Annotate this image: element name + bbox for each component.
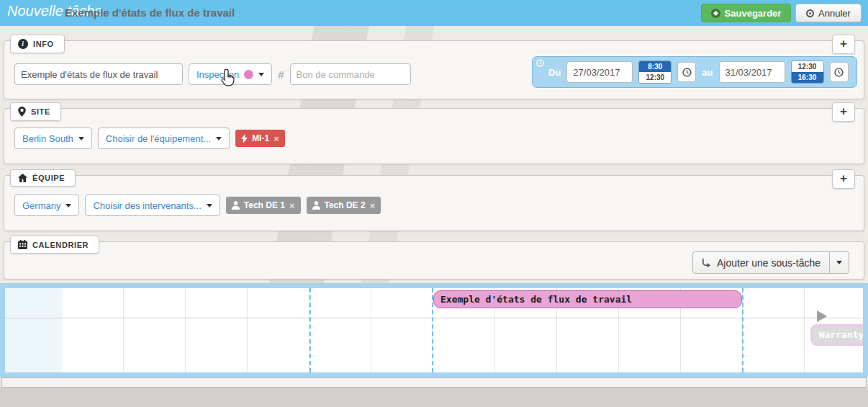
tab-calendar: CALENDRIER xyxy=(10,236,99,254)
warranty-ghost-chip[interactable]: Warranty xyxy=(810,324,868,346)
save-button[interactable]: Sauvegarder xyxy=(701,4,791,22)
tab-team: ÉQUIPE xyxy=(10,169,76,187)
chevron-down-icon xyxy=(207,204,212,207)
equipment-tag[interactable]: MI-1 × xyxy=(235,130,285,147)
remove-tag-icon[interactable]: × xyxy=(289,200,295,211)
task-name-input[interactable] xyxy=(14,63,183,85)
workers-dropdown[interactable]: Choisir des intervenants... xyxy=(85,194,220,216)
to-time-display[interactable]: 12:30 16:30 xyxy=(791,61,824,84)
task-title: Exemple d'états de flux de travail xyxy=(65,6,235,19)
clock-icon xyxy=(536,59,544,67)
tab-info: i INFO xyxy=(10,35,65,53)
team-section: ÉQUIPE + Germany Choisir des intervenant… xyxy=(4,175,864,231)
remove-tag-icon[interactable]: × xyxy=(370,200,376,211)
drag-arrow-icon xyxy=(817,310,827,322)
header-bar: Nouvelle tâche Exemple d'états de flux d… xyxy=(0,0,868,26)
calendar-section: CALENDRIER Ajouter une sous-tâche xyxy=(4,241,864,279)
from-time-button[interactable] xyxy=(677,62,696,82)
chevron-down-icon xyxy=(216,137,222,140)
info-add-button[interactable]: + xyxy=(832,35,855,54)
add-subtask-caret-button[interactable] xyxy=(830,251,849,274)
remove-tag-icon[interactable]: × xyxy=(273,133,279,144)
user-icon xyxy=(312,201,320,210)
from-time-display[interactable]: 8:30 12:30 xyxy=(638,61,672,84)
chevron-down-icon xyxy=(836,261,842,264)
to-label: au xyxy=(702,67,713,78)
clock-icon xyxy=(682,68,692,77)
worker-tag[interactable]: Tech DE 2 × xyxy=(307,197,381,214)
gantt-shaded-column xyxy=(5,288,62,372)
from-label: Du xyxy=(548,67,561,78)
type-color-dot xyxy=(244,70,253,79)
site-section: SITE + Berlin South Choisir de l'équipem… xyxy=(4,108,864,164)
to-time-button[interactable] xyxy=(830,62,849,82)
team-add-button[interactable]: + xyxy=(832,169,855,189)
gantt-row-divider xyxy=(5,318,863,318)
gantt-bar-end-line xyxy=(742,288,743,372)
hash-label: # xyxy=(278,68,284,81)
task-bar[interactable]: Exemple d'états de flux de travail xyxy=(433,290,742,308)
worker-tag[interactable]: Tech DE 1 × xyxy=(226,197,301,214)
cancel-button[interactable]: Annuler xyxy=(795,4,862,22)
chevron-down-icon xyxy=(65,204,71,207)
from-date-input[interactable] xyxy=(566,61,633,83)
add-subtask-button[interactable]: Ajouter une sous-tâche xyxy=(692,251,830,274)
equipment-dropdown[interactable]: Choisir de l'équipement... xyxy=(98,128,230,149)
purchase-order-input[interactable] xyxy=(290,63,411,85)
cancel-icon xyxy=(806,9,814,17)
lightning-icon xyxy=(241,134,248,143)
gantt-chart[interactable]: Exemple d'états de flux de travail Warra… xyxy=(0,283,868,377)
team-dropdown[interactable]: Germany xyxy=(14,194,79,216)
home-icon xyxy=(18,174,27,182)
task-type-dropdown[interactable]: Inspection xyxy=(189,63,272,85)
horizontal-scrollbar-track[interactable] xyxy=(1,377,867,388)
calendar-icon xyxy=(18,240,27,249)
level-down-arrow-icon xyxy=(702,258,711,267)
info-icon: i xyxy=(18,39,28,49)
tab-site: SITE xyxy=(10,102,61,121)
chevron-down-icon xyxy=(258,73,264,76)
add-subtask-split-button[interactable]: Ajouter une sous-tâche xyxy=(692,251,849,274)
site-dropdown[interactable]: Berlin South xyxy=(14,128,92,149)
chevron-down-icon xyxy=(78,137,84,140)
gantt-marker-line xyxy=(309,288,311,372)
page-footer-area xyxy=(0,388,868,407)
to-date-input[interactable] xyxy=(719,61,785,83)
map-pin-icon xyxy=(18,107,26,117)
site-add-button[interactable]: + xyxy=(832,102,855,122)
info-section: i INFO + Inspection # Du 8:30 12:30 au 1… xyxy=(4,40,864,99)
save-icon xyxy=(711,9,720,18)
clock-icon xyxy=(834,68,844,77)
user-icon xyxy=(232,201,240,210)
date-range-widget: Du 8:30 12:30 au 12:30 16:30 xyxy=(532,56,857,88)
